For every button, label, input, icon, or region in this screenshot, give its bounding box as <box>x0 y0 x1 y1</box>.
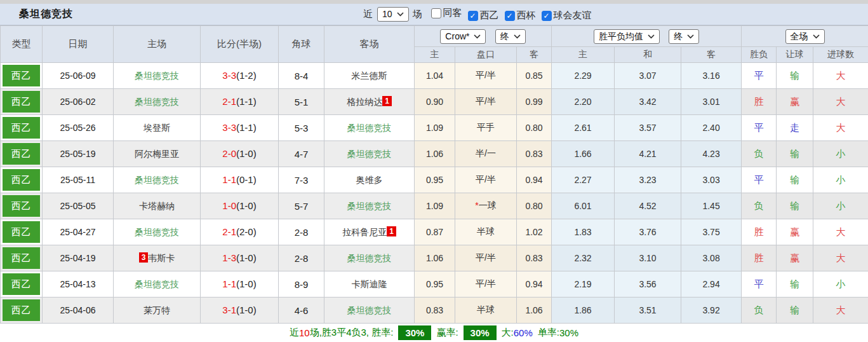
chevron-down-icon <box>397 12 404 17</box>
subheader-odds-home: 主 <box>415 47 455 63</box>
avg-odds-select[interactable]: 胜平负均值 <box>594 29 660 44</box>
filter-checkbox-同客[interactable]: 同客 <box>431 7 462 19</box>
home-team-name[interactable]: 卡塔赫纳 <box>139 201 175 211</box>
table-row: 西乙25-05-19阿尔梅里亚2-0(1-0)4-7桑坦德竞技1.06半/一0.… <box>1 141 868 167</box>
fulltime-score: 1-1 <box>222 174 236 185</box>
goals-result-cell: 大 <box>813 298 868 324</box>
date-cell: 25-06-09 <box>43 63 114 89</box>
league-cell: 西乙 <box>1 167 43 193</box>
home-team-name[interactable]: 韦斯卡 <box>148 253 175 263</box>
matches-label: 场 <box>413 8 422 20</box>
fulltime-score: 3-1 <box>222 304 236 315</box>
away-team-name[interactable]: 卡斯迪隆 <box>352 279 387 289</box>
handicap-result-cell: 赢 <box>777 245 813 271</box>
home-team-name[interactable]: 桑坦德竞技 <box>135 279 179 289</box>
away-team-name[interactable]: 格拉纳达 <box>347 97 382 107</box>
away-team-cell: 桑坦德竞技 <box>324 298 415 324</box>
league-cell: 西乙 <box>1 245 43 271</box>
away-team-name[interactable]: 桑坦德竞技 <box>347 253 392 263</box>
subheader-goals-result: 进球数 <box>813 47 868 63</box>
checkbox-checked-icon: ✓ <box>468 11 478 21</box>
table-row: 西乙25-04-13桑坦德竞技1-1(1-0)8-9卡斯迪隆0.95平/半0.9… <box>1 271 868 298</box>
home-team-cell: 桑坦德竞技 <box>114 167 201 193</box>
outcome-cell: 平 <box>742 115 777 141</box>
away-team-cell: 桑坦德竞技 <box>324 115 415 141</box>
odds-company-select[interactable]: Crow* <box>440 29 486 44</box>
scope-value: 全场 <box>791 31 808 42</box>
away-team-cell: 奥维多 <box>324 167 415 193</box>
away-team-cell: 桑坦德竞技 <box>324 245 415 271</box>
profit-rate-badge: 30% <box>464 325 497 340</box>
corners-cell: 5-1 <box>279 89 324 115</box>
avg-away-cell: 2.94 <box>681 271 742 298</box>
filter-checkbox-label: 同客 <box>443 7 462 19</box>
fulltime-score: 3-3 <box>222 70 236 81</box>
goals-result-cell: 大 <box>813 115 868 141</box>
halftime-score: (1-2) <box>236 70 257 81</box>
away-team-cell: 米兰德斯 <box>324 63 415 89</box>
date-cell: 25-05-19 <box>43 141 114 167</box>
odds-away-cell: 0.80 <box>517 193 552 219</box>
league-cell: 西乙 <box>1 141 43 167</box>
away-team-name[interactable]: 米兰德斯 <box>352 71 387 81</box>
halftime-score: (1-0) <box>236 252 257 263</box>
col-header-type: 类型 <box>1 26 43 63</box>
odds-home-cell: 1.09 <box>415 193 455 219</box>
recent-count-select[interactable]: 10 <box>377 7 409 22</box>
home-team-name[interactable]: 莱万特 <box>144 305 170 315</box>
subheader-handicap-result: 让球 <box>777 47 813 63</box>
filter-checkbox-西杯[interactable]: ✓西杯 <box>505 10 536 22</box>
summary-recent-label: 近 <box>290 327 299 339</box>
handicap-cell: 平/半 <box>455 271 517 298</box>
odds-home-cell: 1.04 <box>415 63 455 89</box>
home-team-name[interactable]: 桑坦德竞技 <box>135 175 179 185</box>
scope-select[interactable]: 全场 <box>785 29 825 44</box>
filter-checkbox-西乙[interactable]: ✓西乙 <box>468 10 499 22</box>
odds-home-cell: 1.06 <box>415 245 455 271</box>
home-team-name[interactable]: 埃登斯 <box>144 123 170 133</box>
avg-away-cell: 2.40 <box>681 115 742 141</box>
avg-away-cell: 3.08 <box>681 245 742 271</box>
col-header-date: 日期 <box>43 26 114 63</box>
league-badge: 西乙 <box>3 91 40 113</box>
red-number-badge: 1 <box>387 226 396 236</box>
recent-label: 近 <box>363 8 373 20</box>
away-team-name[interactable]: 桑坦德竞技 <box>347 123 392 133</box>
single-rate-label: 单率: <box>538 327 559 339</box>
home-team-name[interactable]: 阿尔梅里亚 <box>135 149 179 159</box>
single-rate-value: 30% <box>559 327 578 338</box>
summary-bar: 近10场,胜3平4负3, 胜率: 30% 赢率: 30% 大:60% 单率:30… <box>0 324 868 342</box>
outcome-cell: 胜 <box>742 89 777 115</box>
home-team-name[interactable]: 桑坦德竞技 <box>135 71 179 81</box>
league-badge: 西乙 <box>3 143 40 165</box>
goals-result-cell: 大 <box>813 219 868 245</box>
away-team-name[interactable]: 桑坦德竞技 <box>347 201 392 211</box>
filter-checkbox-球会友谊[interactable]: ✓球会友谊 <box>542 10 592 22</box>
odds-company-state-value: 终 <box>500 31 509 42</box>
score-cell: 3-3(1-1) <box>201 115 279 141</box>
odds-company-state-select[interactable]: 终 <box>495 29 526 44</box>
away-team-name[interactable]: 桑坦德竞技 <box>347 149 392 159</box>
corners-cell: 4-6 <box>279 298 324 324</box>
table-header: 类型 日期 主场 比分(半场) 角球 客场 Crow* 终 胜平负均值 <box>1 26 868 63</box>
handicap-result-cell: 赢 <box>777 89 813 115</box>
win-rate-badge: 30% <box>398 325 431 340</box>
home-team-name[interactable]: 桑坦德竞技 <box>135 227 179 237</box>
handicap-value: 平/半 <box>476 174 496 184</box>
odds-away-cell: 1.06 <box>517 298 552 324</box>
goals-result-cell: 大 <box>813 63 868 89</box>
avg-odds-state-select[interactable]: 终 <box>669 29 699 44</box>
halftime-score: (1-0) <box>236 148 257 159</box>
league-badge: 西乙 <box>3 247 40 269</box>
result-group-header: 全场 <box>742 26 868 47</box>
away-team-name[interactable]: 奥维多 <box>356 175 383 185</box>
handicap-value: 平/半 <box>476 96 496 106</box>
away-team-name[interactable]: 拉科鲁尼亚 <box>342 227 387 237</box>
away-team-cell: 桑坦德竞技 <box>324 141 415 167</box>
league-cell: 西乙 <box>1 298 43 324</box>
red-number-badge: 3 <box>139 252 149 263</box>
avg-odds-state-value: 终 <box>674 31 683 42</box>
col-header-home: 主场 <box>114 26 201 63</box>
away-team-name[interactable]: 桑坦德竞技 <box>347 305 392 315</box>
home-team-name[interactable]: 桑坦德竞技 <box>135 97 179 107</box>
